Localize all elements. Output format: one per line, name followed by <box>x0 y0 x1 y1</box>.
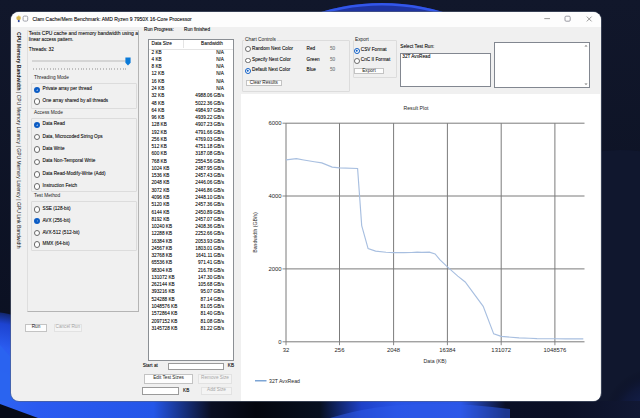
svg-text:0: 0 <box>278 339 282 345</box>
svg-text:2000: 2000 <box>268 266 282 272</box>
svg-text:16384: 16384 <box>439 347 456 353</box>
svg-text:32T AvxRead: 32T AvxRead <box>269 378 300 384</box>
svg-text:32: 32 <box>283 347 290 353</box>
svg-text:1048576: 1048576 <box>543 347 567 353</box>
svg-text:Bandwidth (GB/s): Bandwidth (GB/s) <box>252 212 258 253</box>
svg-text:4000: 4000 <box>268 193 282 199</box>
svg-text:Data (KB): Data (KB) <box>424 358 447 364</box>
svg-text:6000: 6000 <box>268 120 282 126</box>
svg-text:131072: 131072 <box>491 347 511 353</box>
svg-text:2048: 2048 <box>387 347 401 353</box>
svg-text:Result Plot: Result Plot <box>403 105 429 111</box>
svg-text:256: 256 <box>335 347 346 353</box>
